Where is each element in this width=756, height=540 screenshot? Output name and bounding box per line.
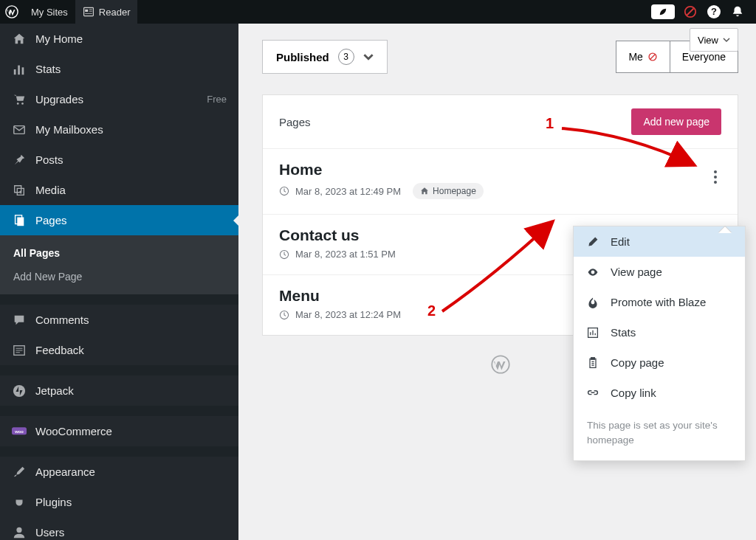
notifications-icon[interactable] (729, 4, 746, 20)
svg-point-25 (16, 527, 21, 532)
sidebar-item-label: Plugins (35, 496, 72, 508)
sidebar-divider (0, 365, 238, 375)
sidebar-sub-add-new[interactable]: Add New Page (0, 265, 238, 288)
page-row[interactable]: Home Mar 8, 2023 at 12:49 PM Homepage (263, 149, 738, 215)
upgrade-tag: Free (207, 94, 227, 105)
eye-icon (587, 266, 600, 278)
sidebar-divider (0, 294, 238, 305)
blaze-small-icon (647, 52, 658, 62)
popover-copy-page[interactable]: Copy page (574, 347, 745, 378)
view-dropdown[interactable]: View (690, 28, 738, 52)
published-filter[interactable]: Published 3 (262, 40, 388, 74)
toolbar-label: My Sites (31, 7, 68, 18)
svg-rect-12 (22, 67, 24, 75)
seg-label: Me (628, 51, 642, 63)
homepage-chip: Homepage (413, 183, 484, 199)
popover-label: View page (611, 266, 662, 278)
popover-label: Promote with Blaze (611, 296, 706, 308)
popover-note: This page is set as your site's homepage (574, 408, 745, 460)
svg-point-14 (21, 103, 24, 105)
fire-icon (587, 297, 600, 308)
sidebar-item-woocommerce[interactable]: woo WooCommerce (0, 416, 238, 446)
filter-bar: Published 3 Me Everyone (262, 40, 738, 74)
popover-edit[interactable]: Edit (574, 226, 745, 257)
home-icon (12, 32, 27, 46)
popover-view[interactable]: View page (574, 257, 745, 287)
sidebar-item-my-home[interactable]: My Home (0, 24, 238, 54)
pages-icon (12, 214, 27, 227)
sidebar-item-pages[interactable]: Pages (0, 205, 238, 235)
pencil-icon (587, 236, 600, 248)
view-label: View (698, 35, 718, 46)
sidebar-divider (0, 446, 238, 457)
popover-promote[interactable]: Promote with Blaze (574, 287, 745, 317)
sidebar-item-label: Media (35, 184, 66, 196)
chip-label: Homepage (433, 186, 476, 196)
page-actions-popover: Edit View page Promote with Blaze Stats … (573, 226, 746, 461)
svg-point-22 (13, 384, 25, 396)
author-me[interactable]: Me (616, 41, 670, 72)
sidebar-item-posts[interactable]: Posts (0, 145, 238, 175)
sidebar-item-appearance[interactable]: Appearance (0, 457, 238, 487)
sidebar-item-label: Comments (35, 314, 89, 326)
leaf-badge[interactable] (651, 4, 675, 19)
clock-icon (279, 310, 289, 320)
stats-icon (12, 63, 27, 76)
main-content: View Published 3 Me Everyone (238, 24, 756, 540)
row-more-button[interactable] (707, 168, 724, 186)
sidebar-item-feedback[interactable]: Feedback (0, 335, 238, 365)
add-new-page-button[interactable]: Add new page (631, 108, 721, 135)
blaze-toolbar-icon[interactable] (682, 4, 698, 20)
sidebar-item-upgrades[interactable]: Upgrades Free (0, 84, 238, 114)
svg-text:?: ? (711, 6, 717, 17)
popover-label: Copy link (611, 387, 656, 399)
sidebar-item-label: Posts (35, 153, 63, 166)
sidebar-item-label: Pages (35, 214, 67, 226)
sidebar-sub-all-pages[interactable]: All Pages (0, 241, 238, 265)
my-sites-link[interactable]: My Sites (24, 0, 75, 24)
svg-line-7 (687, 9, 694, 15)
popover-label: Copy page (611, 356, 664, 369)
published-label: Published (276, 51, 329, 63)
popover-label: Stats (611, 326, 636, 339)
sidebar-item-media[interactable]: Media (0, 175, 238, 205)
sidebar-item-mailboxes[interactable]: My Mailboxes (0, 114, 238, 145)
published-count: 3 (338, 49, 354, 65)
sidebar-item-jetpack[interactable]: Jetpack (0, 375, 238, 406)
svg-rect-2 (85, 10, 88, 12)
mail-icon (12, 123, 27, 136)
sidebar-item-label: Jetpack (35, 384, 74, 397)
pin-icon (12, 153, 27, 167)
sidebar-item-users[interactable]: Users (0, 517, 238, 540)
brush-icon (12, 465, 27, 479)
wordpress-logo-icon[interactable] (0, 5, 24, 18)
sidebar-item-label: Upgrades (35, 93, 83, 105)
sidebar-item-label: Users (35, 526, 64, 539)
page-title: Home (279, 161, 721, 179)
sidebar-item-label: WooCommerce (35, 425, 112, 437)
help-icon[interactable]: ? (706, 4, 722, 20)
sidebar-submenu: All Pages Add New Page (0, 235, 238, 294)
admin-toolbar: My Sites Reader ? (0, 0, 756, 24)
sidebar-item-label: My Mailboxes (35, 123, 103, 136)
sidebar-item-stats[interactable]: Stats (0, 54, 238, 84)
clock-icon (279, 186, 289, 196)
cart-icon (12, 93, 27, 106)
media-icon (12, 184, 27, 197)
popover-copy-link[interactable]: Copy link (574, 378, 745, 408)
sidebar-item-comments[interactable]: Comments (0, 305, 238, 335)
comment-icon (12, 314, 27, 327)
sidebar-item-label: Stats (35, 63, 61, 75)
svg-rect-11 (18, 65, 20, 75)
page-meta: Mar 8, 2023 at 12:24 PM (295, 309, 401, 320)
chevron-down-icon (363, 52, 374, 62)
chevron-down-icon (723, 36, 730, 44)
woo-icon: woo (12, 426, 27, 437)
sidebar-divider (0, 406, 238, 416)
toolbar-label: Reader (99, 7, 131, 18)
seg-label: Everyone (682, 51, 726, 63)
leaf-icon (658, 7, 668, 17)
popover-stats[interactable]: Stats (574, 317, 745, 347)
sidebar-item-plugins[interactable]: Plugins (0, 487, 238, 517)
reader-link[interactable]: Reader (75, 0, 138, 24)
